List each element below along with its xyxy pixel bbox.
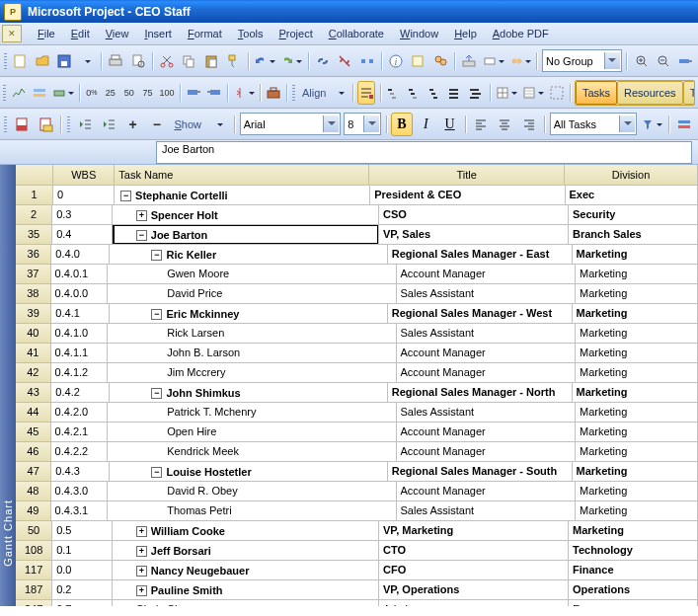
pdf-button[interactable] — [11, 113, 32, 136]
outline-toggle[interactable]: + — [136, 546, 147, 557]
division-cell[interactable]: Operations — [569, 580, 698, 600]
grip[interactable] — [3, 114, 8, 135]
link-button[interactable] — [313, 49, 332, 73]
taskname-cell[interactable]: Gwen Moore — [108, 265, 396, 284]
toolbox-button[interactable] — [265, 81, 282, 105]
gridlines-button[interactable] — [521, 81, 545, 105]
align-right-button[interactable] — [518, 113, 539, 136]
row-header[interactable]: 46 — [16, 442, 51, 462]
division-cell[interactable]: Exec — [566, 186, 699, 205]
hide-subtasks2-button[interactable]: − — [146, 113, 167, 136]
pct-50-button[interactable]: 50 — [121, 81, 137, 105]
group-select[interactable]: No Group — [542, 49, 622, 72]
reschedule-button[interactable] — [205, 81, 223, 105]
insert-column-button[interactable] — [495, 81, 518, 105]
division-cell[interactable]: Finance — [569, 561, 698, 580]
task-grid[interactable]: WBS Task Name Title Division 10−Stephani… — [16, 165, 698, 606]
row-header[interactable]: 47 — [16, 462, 51, 482]
menu-window[interactable]: Window — [392, 26, 446, 41]
paste-button[interactable] — [201, 49, 220, 73]
row-header[interactable]: 247 — [16, 600, 52, 606]
task-row[interactable]: 450.4.2.1Open HireAccount ManagerMarketi… — [16, 423, 698, 442]
format-painter-button[interactable] — [224, 49, 243, 73]
info-button[interactable]: i — [386, 49, 405, 73]
show-subtasks-button[interactable]: + — [122, 113, 143, 136]
title-cell[interactable]: President & CEO — [370, 186, 565, 205]
title-cell[interactable]: Account Manager — [397, 344, 576, 363]
division-cell[interactable]: Branch Sales — [569, 225, 698, 245]
level1-button[interactable] — [385, 81, 403, 105]
taskname-cell[interactable]: −John Shimkus — [110, 383, 387, 403]
task-row[interactable]: 410.4.1.1John B. LarsonAccount ManagerMa… — [16, 344, 698, 363]
row-header[interactable]: 49 — [16, 501, 51, 521]
title-cell[interactable]: VP, Marketing — [379, 521, 569, 541]
pct-75-button[interactable]: 75 — [140, 81, 156, 105]
wbs-cell[interactable]: 0.4 — [52, 225, 113, 245]
task-row[interactable]: 480.4.3.0David R. ObeyAccount ManagerMar… — [16, 482, 698, 501]
col-title[interactable]: Title — [369, 165, 565, 186]
wbs-cell[interactable]: 0.4.0.0 — [51, 284, 109, 304]
task-row[interactable]: 370.4.0.1Gwen MooreAccount ManagerMarket… — [16, 265, 698, 284]
zoom-in-button[interactable] — [632, 49, 651, 73]
title-cell[interactable]: CSO — [379, 205, 569, 225]
division-cell[interactable]: Security — [569, 205, 698, 225]
outline-toggle[interactable]: + — [136, 526, 147, 537]
zoom-out-button[interactable] — [654, 49, 672, 73]
level3-button[interactable] — [427, 81, 444, 105]
row-header[interactable]: 38 — [16, 284, 51, 304]
task-row[interactable]: 360.4.0−Ric KellerRegional Sales Manager… — [16, 245, 698, 265]
division-cell[interactable]: Marketing — [576, 423, 698, 442]
level4-button[interactable] — [447, 81, 465, 105]
taskname-cell[interactable]: Cindy Chan — [113, 600, 379, 606]
grip[interactable] — [66, 114, 71, 135]
wbs-cell[interactable]: 0.4.2.2 — [51, 442, 109, 462]
font-size-select[interactable]: 8 — [344, 113, 381, 135]
title-cell[interactable]: Regional Sales Manager - North — [388, 383, 573, 403]
level5-button[interactable] — [468, 81, 486, 105]
taskname-cell[interactable]: −Ric Keller — [110, 245, 387, 265]
row-header[interactable]: 117 — [16, 561, 52, 580]
division-cell[interactable]: Marketing — [573, 304, 699, 324]
division-cell[interactable]: Marketing — [573, 383, 699, 403]
wbs-cell[interactable]: 0 — [53, 186, 115, 205]
wbs-cell[interactable]: 0.4.1 — [51, 304, 110, 324]
wbs-cell[interactable]: 0.0 — [52, 561, 113, 580]
taskname-cell[interactable]: −Louise Hostetler — [110, 462, 387, 482]
taskname-cell[interactable]: Kendrick Meek — [108, 442, 396, 462]
print-preview-button[interactable] — [128, 49, 147, 73]
unlink-button[interactable] — [335, 49, 353, 73]
bold-button[interactable]: B — [391, 113, 412, 136]
outdent-button[interactable] — [74, 113, 95, 136]
wbs-cell[interactable]: 0.4.1.2 — [51, 363, 109, 383]
taskname-cell[interactable]: Thomas Petri — [108, 501, 396, 521]
level2-button[interactable] — [406, 81, 424, 105]
title-cell[interactable]: Admin — [379, 600, 569, 606]
menu-format[interactable]: Format — [180, 26, 230, 41]
hide-subtasks-button[interactable] — [357, 81, 375, 105]
open-button[interactable] — [33, 49, 51, 73]
filter-select[interactable]: All Tasks — [550, 113, 638, 135]
copy-button[interactable] — [180, 49, 198, 73]
update-tasks-button[interactable] — [185, 81, 202, 105]
division-cell[interactable]: Marketing — [576, 344, 698, 363]
baseline-button[interactable] — [51, 81, 75, 105]
title-cell[interactable]: Regional Sales Manager - West — [388, 304, 573, 324]
pdf-mail-button[interactable] — [36, 113, 56, 136]
wbs-cell[interactable]: 0.5 — [52, 521, 113, 541]
underline-button[interactable]: U — [439, 113, 460, 136]
print-area-button[interactable] — [548, 81, 566, 105]
entry-field[interactable]: Joe Barton — [156, 141, 692, 164]
row-header[interactable]: 43 — [16, 383, 51, 403]
division-cell[interactable]: Marketing — [576, 363, 698, 383]
task-row[interactable]: 400.4.1.0Rick LarsenSales AssistantMarke… — [16, 324, 698, 344]
row-header[interactable]: 37 — [16, 265, 51, 284]
taskname-cell[interactable]: −Eric Mckinney — [110, 304, 387, 324]
row-header[interactable]: 44 — [16, 403, 51, 423]
grip[interactable] — [3, 82, 7, 104]
menu-view[interactable]: View — [98, 26, 137, 41]
task-row[interactable]: 490.4.3.1Thomas PetriSales AssistantMark… — [16, 501, 698, 521]
wbs-cell[interactable]: 0.4.3.0 — [51, 482, 109, 501]
col-wbs[interactable]: WBS — [53, 165, 115, 186]
grip[interactable] — [291, 82, 295, 104]
row-header[interactable]: 50 — [16, 521, 52, 541]
